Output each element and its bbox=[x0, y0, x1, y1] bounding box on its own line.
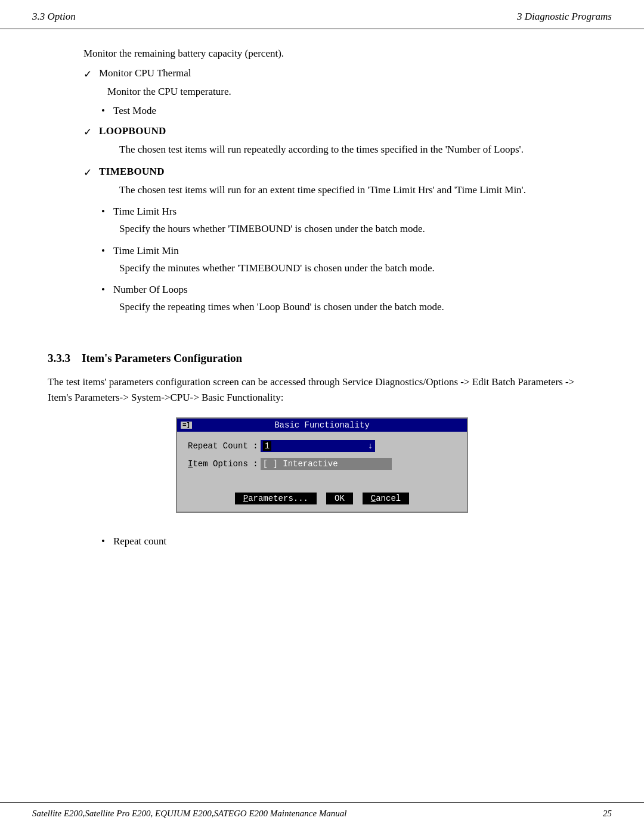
bullet-icon-3: • bbox=[101, 245, 105, 257]
time-limit-hrs-desc: Specify the hours whether 'TIMEBOUND' is… bbox=[119, 221, 596, 237]
cancel-button[interactable]: Cancel bbox=[363, 493, 409, 504]
intro-para: The test items' parameters configuration… bbox=[48, 374, 596, 406]
battery-desc: Monitor the remaining battery capacity (… bbox=[83, 46, 596, 61]
footer-left: Satellite E200,Satellite Pro E200, EQUIU… bbox=[32, 809, 347, 819]
parameters-button[interactable]: Parameters... bbox=[235, 493, 317, 504]
section-heading: 3.3.3 Item's Parameters Configuration bbox=[48, 352, 596, 365]
cpu-thermal-item: ✓ Monitor CPU Thermal bbox=[83, 67, 596, 80]
loopbound-desc: The chosen test items will run repeatedl… bbox=[119, 142, 596, 157]
checkmark-icon-2: ✓ bbox=[83, 126, 92, 138]
bullet-icon-5: • bbox=[101, 535, 105, 547]
bullet-icon-2: • bbox=[101, 206, 105, 218]
page-footer: Satellite E200,Satellite Pro E200, EQUIU… bbox=[0, 802, 644, 819]
header-left: 3.3 Option bbox=[32, 11, 76, 23]
checkmark-icon-3: ✓ bbox=[83, 166, 92, 179]
footer-right: 25 bbox=[603, 809, 612, 819]
timebound-label: TIMEBOUND bbox=[99, 166, 165, 178]
repeat-count-value: 1 bbox=[263, 441, 271, 451]
number-of-loops-desc: Specify the repeating times when 'Loop B… bbox=[119, 299, 596, 315]
number-of-loops-label: Number Of Loops bbox=[113, 284, 188, 296]
repeat-count-field[interactable]: 1 ↓ bbox=[261, 440, 375, 452]
item-options-value: Interactive bbox=[283, 459, 338, 469]
item-options-row: Item Options : [ ] Interactive bbox=[188, 458, 456, 470]
section-title: Item's Parameters Configuration bbox=[82, 352, 242, 364]
test-mode-item: • Test Mode bbox=[101, 105, 596, 117]
number-of-loops-item: • Number Of Loops bbox=[101, 284, 596, 296]
bullet-icon-4: • bbox=[101, 284, 105, 296]
item-options-brackets: [ ] bbox=[263, 459, 278, 469]
item-options-field[interactable]: [ ] Interactive bbox=[261, 458, 392, 470]
dos-titlebar: =] Basic Functionality bbox=[177, 419, 467, 432]
repeat-count-arrow: ↓ bbox=[368, 441, 373, 451]
repeat-count-row: Repeat Count : 1 ↓ bbox=[188, 440, 456, 452]
timebound-desc: The chosen test items will run for an ex… bbox=[119, 182, 596, 198]
ok-button[interactable]: OK bbox=[326, 493, 353, 504]
loopbound-item: ✓ LOOPBOUND bbox=[83, 125, 596, 138]
time-limit-hrs-item: • Time Limit Hrs bbox=[101, 206, 596, 218]
section-number: 3.3.3 bbox=[48, 352, 70, 364]
time-limit-hrs-label: Time Limit Hrs bbox=[113, 206, 177, 218]
test-mode-label: Test Mode bbox=[113, 105, 156, 117]
page-header: 3.3 Option 3 Diagnostic Programs bbox=[0, 0, 644, 29]
time-limit-min-item: • Time Limit Min bbox=[101, 245, 596, 257]
content-area: Monitor the remaining battery capacity (… bbox=[0, 29, 644, 587]
cpu-thermal-label: Monitor CPU Thermal bbox=[99, 67, 191, 79]
timebound-item: ✓ TIMEBOUND bbox=[83, 166, 596, 179]
repeat-count-bullet-label: Repeat count bbox=[113, 535, 166, 547]
bullet-icon: • bbox=[101, 105, 105, 117]
dos-content: Repeat Count : 1 ↓ Item Options : [ ] bbox=[177, 432, 467, 512]
header-right: 3 Diagnostic Programs bbox=[517, 11, 612, 23]
repeat-count-label: Repeat Count : bbox=[188, 441, 258, 451]
time-limit-min-label: Time Limit Min bbox=[113, 245, 179, 257]
repeat-count-bullet-item: • Repeat count bbox=[101, 535, 596, 547]
loopbound-label: LOOPBOUND bbox=[99, 125, 166, 137]
dos-dialog: =] Basic Functionality Repeat Count : 1 … bbox=[176, 417, 468, 513]
cpu-thermal-desc: Monitor the CPU temperature. bbox=[107, 84, 596, 100]
time-limit-min-desc: Specify the minutes whether 'TIMEBOUND' … bbox=[119, 261, 596, 276]
dos-buttons-row: Parameters... OK Cancel bbox=[188, 493, 456, 504]
item-options-label: Item Options : bbox=[188, 459, 258, 469]
checkmark-icon: ✓ bbox=[83, 68, 92, 80]
page-container: 3.3 Option 3 Diagnostic Programs Monitor… bbox=[0, 0, 644, 833]
